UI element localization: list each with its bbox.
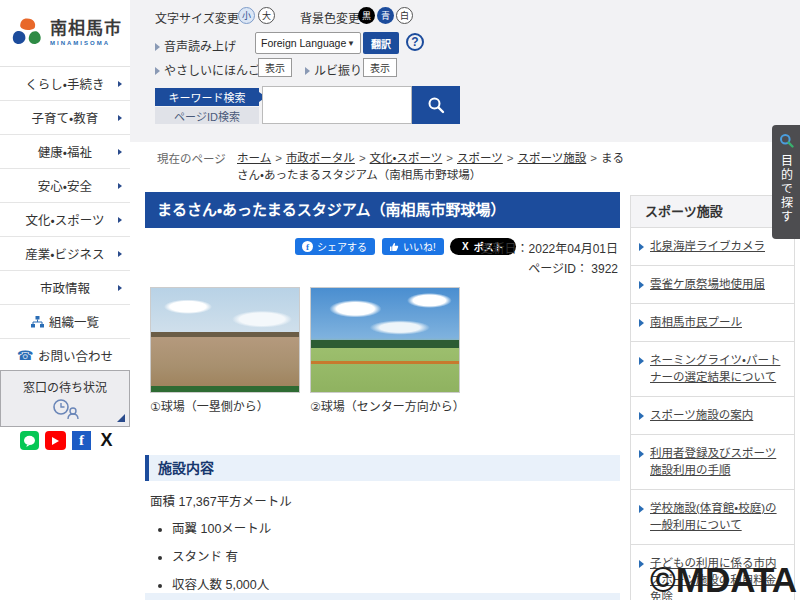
left-nav: くらし・手続き 子育て・教育 健康・福祉 安心・安全 文化・スポーツ 産業・ビジ… bbox=[0, 66, 130, 373]
font-large-button[interactable]: 大 bbox=[258, 7, 275, 24]
photo-field-center bbox=[310, 287, 460, 393]
city-name: 南相馬市 bbox=[50, 20, 122, 37]
ruby-show-button[interactable]: 表示 bbox=[363, 58, 397, 77]
line-icon[interactable] bbox=[20, 431, 39, 450]
breadcrumb-sports[interactable]: スポーツ bbox=[457, 152, 503, 164]
facebook-share-button[interactable]: f シェアする bbox=[295, 238, 375, 255]
bg-white-button[interactable]: 白 bbox=[396, 7, 413, 24]
watermark: ©MDATA bbox=[650, 560, 797, 600]
search-icon bbox=[427, 96, 445, 114]
breadcrumb-label: 現在のページ bbox=[157, 150, 226, 166]
help-icon[interactable]: ? bbox=[406, 33, 424, 51]
sidebar-item-contact[interactable]: ☎ お問い合わせ bbox=[0, 339, 130, 373]
easy-japanese-show-button[interactable]: 表示 bbox=[258, 58, 292, 77]
bg-black-button[interactable]: 黒 bbox=[358, 7, 375, 24]
breadcrumb: ホーム>市政ポータル>文化・スポーツ>スポーツ>スポーツ施設>まるさん・あったま… bbox=[237, 150, 627, 184]
social-links: f X bbox=[20, 431, 116, 450]
font-small-button[interactable]: 小 bbox=[238, 7, 255, 24]
search-button[interactable] bbox=[412, 86, 460, 124]
like-button[interactable]: いいね! bbox=[382, 238, 444, 255]
next-section-bar bbox=[145, 593, 620, 600]
x-icon[interactable]: X bbox=[97, 431, 116, 450]
search-input[interactable] bbox=[262, 86, 412, 124]
site-logo[interactable]: 南相馬市 MINAMISOMA bbox=[0, 0, 130, 66]
facility-area: 面積 17,367平方メートル bbox=[150, 491, 292, 510]
window-wait-status[interactable]: 窓口の待ち状況 bbox=[0, 370, 130, 427]
sidebar-item-kenko[interactable]: 健康・福祉 bbox=[0, 135, 130, 169]
search-by-purpose-tab[interactable]: 目的で探す bbox=[772, 125, 800, 239]
translate-button[interactable]: 翻訳 bbox=[363, 32, 399, 54]
bg-color-label: 背景色変更 bbox=[300, 9, 360, 26]
related-links-title: スポーツ施設 bbox=[631, 196, 794, 228]
city-romaji: MINAMISOMA bbox=[50, 40, 122, 46]
org-chart-icon bbox=[31, 316, 44, 328]
city-logo-icon bbox=[10, 16, 44, 50]
purpose-search-icon bbox=[779, 133, 794, 148]
sidebar-item-anshin[interactable]: 安心・安全 bbox=[0, 169, 130, 203]
photo-caption-2: ②球場（センター方向から） bbox=[310, 399, 462, 416]
photo-caption-1: ①球場（一塁側から） bbox=[150, 399, 302, 416]
page: 南相馬市 MINAMISOMA 文字サイズ変更 小 大 背景色変更 黒 青 白 … bbox=[0, 0, 800, 600]
updated-date: 更新日：2022年04月01日 bbox=[440, 239, 618, 256]
breadcrumb-home[interactable]: ホーム bbox=[237, 152, 271, 164]
link-school-facility[interactable]: 学校施設(体育館・校庭)の一般利用について bbox=[631, 490, 794, 545]
sidebar-item-bunka-sports[interactable]: 文化・スポーツ bbox=[0, 203, 130, 237]
link-city-pool[interactable]: 南相馬市民プール bbox=[631, 304, 794, 342]
breadcrumb-portal[interactable]: 市政ポータル bbox=[286, 152, 355, 164]
breadcrumb-culture-sports[interactable]: 文化・スポーツ bbox=[370, 152, 443, 164]
photo-field-first-base bbox=[150, 287, 300, 393]
link-kitaizumi-camera[interactable]: 北泉海岸ライブカメラ bbox=[631, 228, 794, 266]
sidebar-item-kurashi[interactable]: くらし・手続き bbox=[0, 67, 130, 101]
voice-reading-link[interactable]: 音声読み上げ bbox=[155, 37, 236, 54]
facility-spec-list: 両翼 100メートル スタンド 有 収容人数 5,000人 bbox=[172, 518, 271, 600]
page-title: まるさん・あったまるスタジアム（南相馬市野球場） bbox=[145, 192, 620, 228]
sidebar-item-org-list[interactable]: 組織一覧 bbox=[0, 305, 130, 339]
facility-spec-wings: 両翼 100メートル bbox=[172, 518, 271, 537]
related-links-box: スポーツ施設 北泉海岸ライブカメラ 雲雀ケ原祭場地使用届 南相馬市民プール ネー… bbox=[630, 195, 795, 600]
bg-blue-button[interactable]: 青 bbox=[377, 7, 394, 24]
sidebar-item-kosodate[interactable]: 子育て・教育 bbox=[0, 101, 130, 135]
clock-person-icon bbox=[48, 398, 82, 420]
sidebar-item-sangyo[interactable]: 産業・ビジネス bbox=[0, 237, 130, 271]
breadcrumb-sports-facility[interactable]: スポーツ施設 bbox=[518, 152, 587, 164]
thumbs-up-icon bbox=[389, 242, 399, 252]
link-naming-rights[interactable]: ネーミングライツ・パートナーの選定結果について bbox=[631, 342, 794, 397]
resize-corner-icon bbox=[117, 414, 125, 422]
youtube-icon[interactable] bbox=[45, 431, 66, 450]
chevron-down-icon: ▼ bbox=[347, 39, 355, 48]
link-hibarigahara[interactable]: 雲雀ケ原祭場地使用届 bbox=[631, 266, 794, 304]
section-title-facility: 施設内容 bbox=[145, 455, 620, 481]
link-sports-guide[interactable]: スポーツ施設の案内 bbox=[631, 397, 794, 435]
facebook-share-icon: f bbox=[302, 241, 313, 252]
link-user-registration[interactable]: 利用者登録及びスポーツ施設利用の手順 bbox=[631, 435, 794, 490]
pageid-search-tab[interactable]: ページID検索 bbox=[155, 107, 259, 124]
font-size-label: 文字サイズ変更 bbox=[155, 9, 239, 26]
language-select[interactable]: Foreign Language ▼ bbox=[255, 32, 361, 54]
ruby-link[interactable]: ルビ振り bbox=[305, 61, 362, 78]
keyword-search-tab[interactable]: キーワード検索 bbox=[155, 88, 259, 106]
phone-icon: ☎ bbox=[17, 348, 33, 363]
facebook-icon[interactable]: f bbox=[72, 431, 91, 450]
facility-spec-stand: スタンド 有 bbox=[172, 546, 271, 565]
page-id: ページID： 3922 bbox=[440, 259, 618, 276]
easy-japanese-link[interactable]: やさしいにほんご bbox=[155, 61, 260, 78]
facility-spec-capacity: 収容人数 5,000人 bbox=[172, 574, 271, 593]
sidebar-item-shisei[interactable]: 市政情報 bbox=[0, 271, 130, 305]
